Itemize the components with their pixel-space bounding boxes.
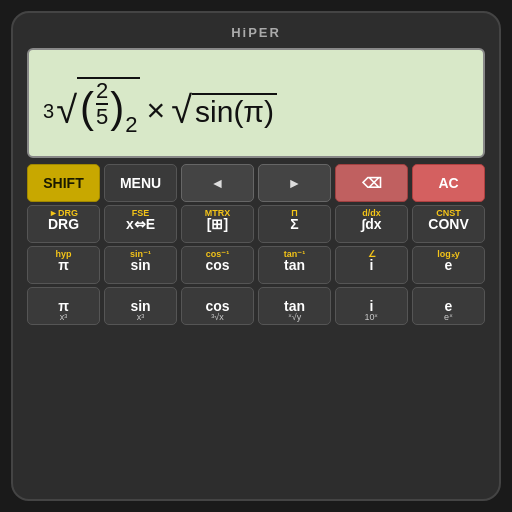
fse-button[interactable]: FSE x⇔E bbox=[104, 205, 177, 243]
display-expression: 3 √ ( 2 5 ) 2 × √ bbox=[43, 77, 277, 129]
mtrx-top: MTRX bbox=[205, 208, 231, 218]
hyp-label: π bbox=[58, 257, 69, 273]
fse-top: FSE bbox=[132, 208, 150, 218]
display-screen: 3 √ ( 2 5 ) 2 × √ bbox=[27, 48, 485, 158]
cos-label: cos bbox=[205, 257, 229, 273]
cbrt-index: 3 bbox=[43, 100, 54, 123]
conv-label: CONV bbox=[428, 216, 468, 232]
i2-button[interactable]: i 10ˣ bbox=[335, 287, 408, 325]
ac-label: AC bbox=[438, 175, 458, 191]
left-button[interactable]: ◄ bbox=[181, 164, 254, 202]
sqrt2-expr: √ sin(π) bbox=[171, 91, 277, 129]
left-label: ◄ bbox=[211, 175, 225, 191]
angle-top: ∠ bbox=[368, 249, 376, 259]
sqrt2-inner: sin(π) bbox=[192, 93, 277, 129]
close-paren: ) bbox=[110, 87, 124, 129]
drg-label: DRG bbox=[48, 216, 79, 232]
mtrx-button[interactable]: MTRX [⊞] bbox=[181, 205, 254, 243]
open-paren: ( bbox=[80, 87, 94, 129]
button-area: SHIFT MENU ◄ ► ⌫ AC ►DRG DRG bbox=[27, 164, 485, 325]
times-symbol: × bbox=[146, 92, 165, 129]
row-4: π x³ sin x³ cos ³√x tan ˣ√y i 10ˣ e eˣ bbox=[27, 287, 485, 325]
row-control: SHIFT MENU ◄ ► ⌫ AC bbox=[27, 164, 485, 202]
ddx-top: d/dx bbox=[362, 208, 381, 218]
angle-button[interactable]: ∠ i bbox=[335, 246, 408, 284]
cnst-top: CNST bbox=[436, 208, 461, 218]
logy-button[interactable]: logₓy e bbox=[412, 246, 485, 284]
calculator: HiPER 3 √ ( 2 5 ) 2 × bbox=[11, 11, 501, 501]
mtrx-label: [⊞] bbox=[207, 216, 228, 232]
sin2-button[interactable]: sin x³ bbox=[104, 287, 177, 325]
cos2-sub: ³√x bbox=[211, 312, 223, 322]
cos2-button[interactable]: cos ³√x bbox=[181, 287, 254, 325]
sum-label: Σ bbox=[290, 216, 298, 232]
sin2-sub: x³ bbox=[137, 312, 145, 322]
logy-label: e bbox=[445, 257, 453, 273]
sin-inv-top: sin⁻¹ bbox=[130, 249, 151, 259]
row-2: ►DRG DRG FSE x⇔E MTRX [⊞] Π Σ d/dx ∫dx C… bbox=[27, 205, 485, 243]
tan2-sub: ˣ√y bbox=[288, 312, 301, 322]
sin-text: sin(π) bbox=[195, 95, 274, 129]
cbrt-inner: ( 2 5 ) 2 bbox=[77, 77, 141, 129]
tan-label: tan bbox=[284, 257, 305, 273]
cos-button[interactable]: cos⁻¹ cos bbox=[181, 246, 254, 284]
sin-label: sin bbox=[130, 257, 150, 273]
ac-button[interactable]: AC bbox=[412, 164, 485, 202]
right-label: ► bbox=[288, 175, 302, 191]
pi-sub: x³ bbox=[60, 312, 68, 322]
brand-label: HiPER bbox=[27, 25, 485, 40]
tan-button[interactable]: tan⁻¹ tan bbox=[258, 246, 331, 284]
pi-button[interactable]: π x³ bbox=[27, 287, 100, 325]
fraction: 2 5 bbox=[96, 79, 108, 129]
sum-button[interactable]: Π Σ bbox=[258, 205, 331, 243]
logy-top: logₓy bbox=[437, 249, 460, 259]
cbrt-radical: √ bbox=[56, 91, 77, 129]
drg-top: ►DRG bbox=[49, 208, 78, 218]
right-button[interactable]: ► bbox=[258, 164, 331, 202]
sqrt2-radical: √ bbox=[171, 91, 192, 129]
shift-button[interactable]: SHIFT bbox=[27, 164, 100, 202]
tan-inv-top: tan⁻¹ bbox=[284, 249, 306, 259]
intdx-button[interactable]: d/dx ∫dx bbox=[335, 205, 408, 243]
e2-sub: eˣ bbox=[444, 312, 453, 322]
intdx-label: ∫dx bbox=[361, 216, 381, 232]
cbrt-expr: 3 √ ( 2 5 ) 2 bbox=[43, 77, 140, 129]
angle-label: i bbox=[370, 257, 374, 273]
fse-label: x⇔E bbox=[126, 216, 155, 232]
i2-sub: 10ˣ bbox=[364, 312, 378, 322]
tan2-button[interactable]: tan ˣ√y bbox=[258, 287, 331, 325]
cos-inv-top: cos⁻¹ bbox=[206, 249, 230, 259]
pi-top: Π bbox=[291, 208, 298, 218]
e2-button[interactable]: e eˣ bbox=[412, 287, 485, 325]
hyp-top: hyp bbox=[55, 249, 71, 259]
backspace-button[interactable]: ⌫ bbox=[335, 164, 408, 202]
conv-button[interactable]: CNST CONV bbox=[412, 205, 485, 243]
drg-button[interactable]: ►DRG DRG bbox=[27, 205, 100, 243]
sin-button[interactable]: sin⁻¹ sin bbox=[104, 246, 177, 284]
shift-label: SHIFT bbox=[43, 175, 83, 191]
backspace-label: ⌫ bbox=[362, 175, 382, 191]
row-3: hyp π sin⁻¹ sin cos⁻¹ cos tan⁻¹ tan ∠ i … bbox=[27, 246, 485, 284]
menu-label: MENU bbox=[120, 175, 161, 191]
hyp-button[interactable]: hyp π bbox=[27, 246, 100, 284]
menu-button[interactable]: MENU bbox=[104, 164, 177, 202]
